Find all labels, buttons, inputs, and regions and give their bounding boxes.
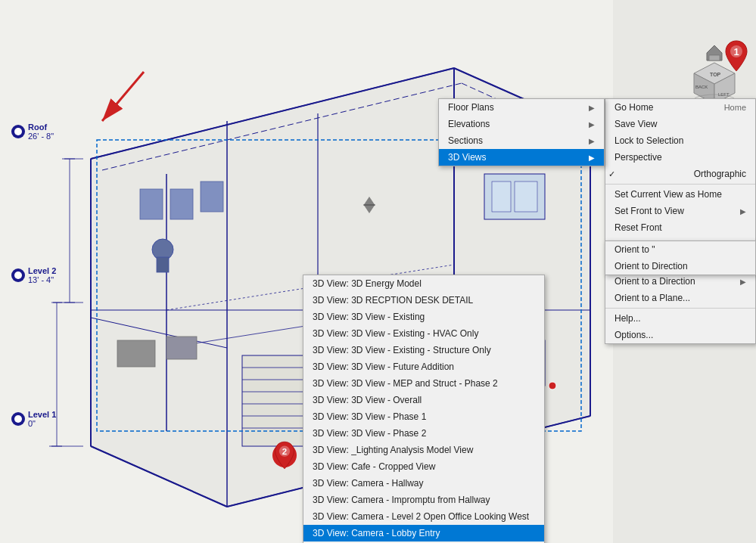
menu-item-perspective[interactable]: Perspective [605,149,755,166]
view-item-mep-struct[interactable]: 3D View: 3D View - MEP and Struct - Phas… [303,375,544,392]
orient-to-view-submenu: Floor Plans ▶ Elevations ▶ Sections ▶ 3D… [438,98,605,166]
menu-item-orient-plane[interactable]: Orient to a Plane... [605,290,755,306]
view-item-phase1[interactable]: 3D View: 3D View - Phase 1 [303,408,544,425]
sections-arrow: ▶ [589,137,595,145]
svg-rect-37 [166,337,197,359]
svg-rect-36 [117,340,155,367]
menu-item-reset-front[interactable]: Reset Front [605,219,755,236]
orient-to-item[interactable]: Orient to " [605,241,755,258]
menu-item-lock-to-selection[interactable]: Lock to Selection [605,132,755,149]
svg-rect-31 [140,189,163,219]
view-item-existing[interactable]: 3D View: 3D View - Existing [303,309,544,325]
menu-item-options[interactable]: Options... [605,327,755,343]
menu-separator-1 [605,184,755,185]
context-menu: Go Home Home Save View Lock to Selection… [605,98,756,344]
view-item-existing-hvac[interactable]: 3D View: 3D View - Existing - HVAC Only [303,325,544,342]
menu-item-orthographic[interactable]: Orthographic [605,166,755,182]
submenu-3d-views[interactable]: 3D Views ▶ [439,149,604,166]
view-item-level2-open-office[interactable]: 3D View: Camera - Level 2 Open Office Lo… [303,508,544,525]
svg-text:2: 2 [282,447,287,456]
view-item-lobby-entry[interactable]: 3D View: Camera - Lobby Entry [303,525,544,541]
svg-text:TOP: TOP [710,72,721,77]
menu-item-set-front[interactable]: Set Front to View ▶ [605,203,755,219]
svg-line-55 [102,72,144,121]
set-front-arrow: ▶ [740,207,746,216]
menu-separator-3 [605,308,755,309]
view-item-cafe-cropped[interactable]: 3D View: Cafe - Cropped View [303,458,544,475]
view-item-lighting-analysis[interactable]: 3D View: _Lighting Analysis Model View [303,442,544,458]
menu-item-save-view[interactable]: Save View [605,116,755,132]
elevations-arrow: ▶ [589,120,595,129]
view-item-overall[interactable]: 3D View: 3D View - Overall [303,392,544,408]
view-item-future-addition[interactable]: 3D View: 3D View - Future Addition [303,358,544,375]
orient-direction-submenu: Orient to " Orient to Direction [605,240,756,275]
main-viewport: Roof 26' - 8" Level 2 13' - 4" Level 1 0… [0,0,756,543]
submenu-sections[interactable]: Sections ▶ [439,132,604,149]
pin-marker-2: 2 [272,443,297,467]
red-arrow-annotation [68,64,166,142]
svg-rect-32 [170,189,193,219]
svg-rect-35 [157,257,169,272]
submenu-floor-plans[interactable]: Floor Plans ▶ [439,99,604,116]
menu-item-help[interactable]: Help... [605,310,755,327]
view-item-reception-detail[interactable]: 3D View: 3D RECP​TION DESK DETAIL [303,292,544,309]
view-item-existing-structure[interactable]: 3D View: 3D View - Existing - Structure … [303,342,544,358]
svg-rect-20 [515,182,537,212]
views-list-submenu: 3D View: 3D Energy Model 3D View: 3D REC… [303,275,545,543]
svg-rect-57 [709,55,720,61]
menu-item-set-current-home[interactable]: Set Current View as Home [605,186,755,203]
orient-direction-arrow: ▶ [740,278,746,286]
menu-item-go-home[interactable]: Go Home Home [605,99,755,116]
3d-views-arrow: ▶ [589,154,595,162]
svg-rect-33 [201,182,223,212]
svg-rect-19 [492,182,511,212]
submenu-elevations[interactable]: Elevations ▶ [439,116,604,132]
view-item-hallway[interactable]: 3D View: Camera - Hallway [303,475,544,492]
view-item-phase2[interactable]: 3D View: 3D View - Phase 2 [303,425,544,442]
svg-point-39 [549,382,556,389]
floor-plans-arrow: ▶ [589,104,595,112]
svg-text:1: 1 [733,46,739,57]
orient-direction-item[interactable]: Orient to Direction [605,258,755,275]
view-item-energy-model[interactable]: 3D View: 3D Energy Model [303,275,544,292]
view-item-impromptu[interactable]: 3D View: Camera - Impromptu from Hallway [303,492,544,508]
pin-marker-1: 1 [723,39,747,70]
menu-item-orient-direction[interactable]: Orient to a Direction ▶ [605,273,755,290]
svg-text:BACK: BACK [695,85,708,89]
